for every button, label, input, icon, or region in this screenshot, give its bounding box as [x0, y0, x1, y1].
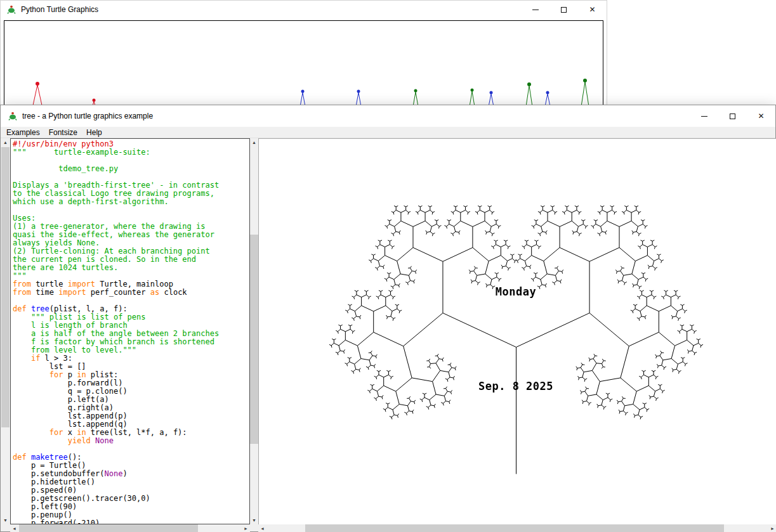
code-line	[13, 206, 249, 214]
bg-window-controls: ✕	[521, 1, 607, 18]
scroll-right-icon[interactable]: ►	[242, 524, 250, 532]
turtle-figure	[413, 89, 418, 107]
bg-titlebar: Python Turtle Graphics ✕	[1, 1, 607, 18]
scroll-left-icon[interactable]: ◄	[10, 524, 18, 532]
fractal-tree-drawing	[259, 139, 776, 524]
fg-close-button[interactable]: ✕	[747, 105, 775, 127]
turtle-app-icon	[8, 111, 18, 121]
bg-window-title: Python Turtle Graphics	[21, 5, 98, 14]
bg-maximize-button[interactable]	[549, 1, 578, 18]
canvas-label-weekday: Monday	[496, 285, 536, 298]
scroll-down-icon[interactable]: ▼	[1, 516, 10, 524]
code-vscroll-thumb[interactable]	[1, 147, 10, 427]
minimize-icon	[701, 116, 707, 117]
scroll-down-icon[interactable]: ▼	[250, 516, 258, 524]
code-line: p.forward(-210)	[13, 519, 249, 524]
source-code-pane[interactable]: #!/usr/bin/env python3""" turtle-example…	[10, 138, 250, 524]
fg-minimize-button[interactable]	[690, 105, 718, 127]
scroll-up-icon[interactable]: ▲	[250, 138, 258, 146]
code-line: tdemo_tree.py	[13, 165, 249, 173]
menu-examples[interactable]: Examples	[1, 127, 44, 138]
code-line: there are 1024 turtles.	[13, 264, 249, 272]
minimize-icon	[532, 10, 539, 10]
code-line: which use a depth-first-algorithm.	[13, 198, 249, 206]
code-line: """ turtle-example-suite:	[13, 148, 249, 157]
turtle-figure	[33, 82, 42, 105]
turtle-canvas-pane: Monday Sep. 8 2025	[258, 138, 776, 524]
turtle-figure	[581, 79, 589, 107]
canvas-label-date: Sep. 8 2025	[478, 380, 553, 393]
maximize-icon	[730, 114, 735, 119]
bg-minimize-button[interactable]	[521, 1, 549, 18]
turtle-figure	[470, 89, 475, 107]
turtle-figure	[526, 82, 532, 107]
code-hscroll-thumb[interactable]	[19, 524, 198, 532]
close-icon: ✕	[758, 112, 764, 120]
code-line: yield None	[13, 437, 249, 445]
scroll-left-icon[interactable]: ◄	[258, 524, 266, 532]
maximize-icon	[561, 7, 567, 13]
bg-close-button[interactable]: ✕	[578, 1, 607, 18]
code-horizontal-scrollbar[interactable]: ◄ ►	[10, 524, 250, 532]
fg-window-title: tree - a Python turtle graphics example	[22, 112, 153, 120]
fg-window-controls: ✕	[690, 105, 775, 127]
canvas-vertical-scrollbar[interactable]: ▲ ▼	[250, 138, 258, 524]
canvas-vscroll-thumb[interactable]	[250, 235, 258, 444]
canvas-hscroll-thumb[interactable]	[305, 524, 724, 532]
scroll-right-icon[interactable]: ►	[768, 524, 776, 532]
menu-help[interactable]: Help	[82, 127, 107, 138]
turtle-app-icon	[6, 4, 16, 15]
code-vertical-scrollbar[interactable]: ▲ ▼	[1, 138, 10, 524]
fg-maximize-button[interactable]	[718, 105, 747, 127]
tree-demo-window: tree - a Python turtle graphics example …	[0, 105, 776, 532]
fg-titlebar: tree - a Python turtle graphics example …	[1, 105, 775, 127]
menu-bar: Examples Fontsize Help	[1, 127, 775, 138]
canvas-horizontal-scrollbar[interactable]: ◄ ►	[258, 524, 776, 532]
menu-fontsize[interactable]: Fontsize	[44, 127, 82, 138]
close-icon: ✕	[589, 6, 595, 13]
code-line: from time import perf_counter as clock	[13, 289, 249, 297]
scroll-up-icon[interactable]: ▲	[1, 138, 10, 146]
